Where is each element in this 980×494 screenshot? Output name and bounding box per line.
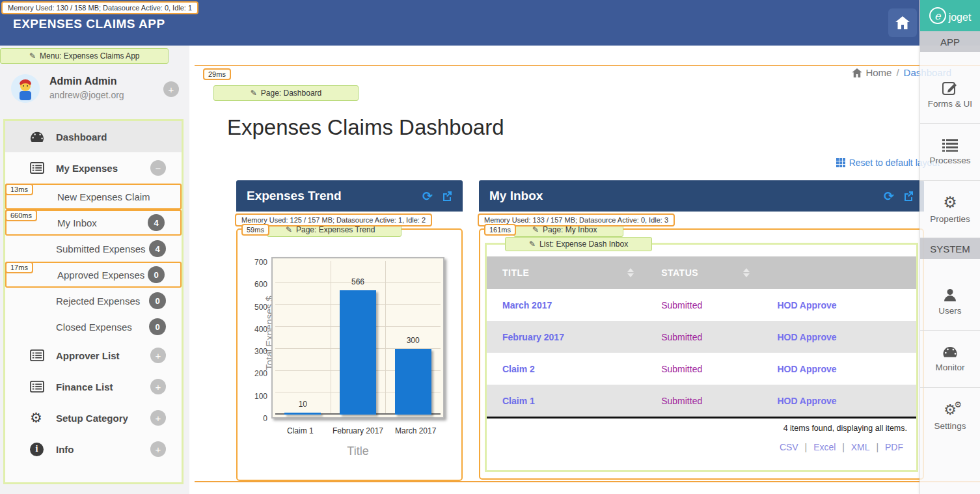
inbox-table: TITLESTATUS March 2017SubmittedHOD Appro… <box>487 256 916 417</box>
chart-bar[interactable] <box>340 290 376 415</box>
row-title-link[interactable]: Claim 2 <box>502 364 535 374</box>
chart-bar[interactable] <box>395 349 431 415</box>
external-link-icon[interactable] <box>442 191 452 201</box>
chart-y-tick-label: 0 <box>263 414 267 423</box>
gears-icon: ⚙⚙ <box>944 403 957 417</box>
sidebar-item-submitted-expenses[interactable]: Submitted Expenses4 <box>5 236 182 262</box>
sidebar-item-settings[interactable]: ⚙⚙Settings <box>920 388 980 445</box>
export-pdf-link[interactable]: PDF <box>885 442 903 452</box>
count-badge: 0 <box>149 318 166 335</box>
breadcrumb-home-link[interactable]: Home <box>852 67 892 78</box>
column-header-status[interactable]: STATUS <box>646 256 761 289</box>
export-csv-link[interactable]: CSV <box>780 442 798 452</box>
sidebar-item-my-expenses[interactable]: My Expenses− <box>5 152 182 184</box>
user-block: Admin Admin andrew@joget.org + <box>0 70 189 117</box>
sidebar-item-dashboard[interactable]: Dashboard <box>5 121 182 152</box>
chart-gridline <box>385 261 386 415</box>
column-header-title[interactable]: TITLE <box>487 256 646 289</box>
export-xml-link[interactable]: XML <box>851 442 870 452</box>
my-inbox-panel: My Inbox ⟳ Memory Used: 133 / 157 MB; Da… <box>479 180 924 480</box>
sidebar-item-properties[interactable]: ⚙Properties <box>920 181 980 238</box>
sidebar-item-label: Approved Expenses <box>57 269 144 281</box>
sidebar-item-label: Properties <box>930 214 970 224</box>
app-screen: EXPENSES CLAIMS APP Memory Used: 130 / 1… <box>0 0 980 494</box>
sidebar-item-label: Finance List <box>56 381 113 392</box>
chart-y-tick-label: 700 <box>254 258 267 267</box>
count-badge: 4 <box>149 240 166 257</box>
sidebar-item-label: New Expenses Claim <box>57 191 150 202</box>
sidebar-item-label: Approver List <box>56 350 120 361</box>
avatar[interactable] <box>11 74 40 103</box>
sidebar-item-label: Rejected Expenses <box>56 295 140 307</box>
sidebar-ms-debug-chip: 17ms <box>5 262 33 273</box>
edit-icon <box>942 81 958 95</box>
sidebar-item-info[interactable]: iInfo+ <box>5 433 182 465</box>
sidebar-item-label: Setup Category <box>56 413 128 424</box>
count-badge: 0 <box>149 292 166 309</box>
expenses-trend-title: Expenses Trend <box>247 189 422 203</box>
sort-icon[interactable] <box>627 268 634 277</box>
expenses-trend-chart: Total Expenses $ 10566300 01002003004005… <box>248 257 451 465</box>
sidebar-item-monitor[interactable]: Monitor <box>920 331 980 388</box>
gear-icon: ⚙ <box>30 410 48 426</box>
row-action-link[interactable]: HOD Approve <box>777 396 836 406</box>
sidebar-item-label: My Expenses <box>56 163 118 174</box>
refresh-icon[interactable]: ⟳ <box>884 189 894 203</box>
sidebar-item-processes[interactable]: Processes <box>920 124 980 181</box>
chart-bar-value-label: 10 <box>299 400 307 409</box>
expenses-trend-panel-header: Expenses Trend ⟳ <box>236 180 463 212</box>
row-action-link[interactable]: HOD Approve <box>777 300 836 310</box>
row-title-link[interactable]: February 2017 <box>502 332 564 342</box>
export-links: CSV | Excel | XML | PDF <box>487 433 916 452</box>
menu-debug-tag: ✎ Menu: Expenses Claims App <box>0 48 169 64</box>
page-title: Expenses Claims Dashboard <box>227 115 504 140</box>
joget-logo-text: joget <box>949 12 972 23</box>
inbox-ms-debug-chip: 161ms <box>484 224 516 236</box>
sidebar-item-my-inbox[interactable]: 660msMy Inbox4 <box>5 210 182 236</box>
app-title: EXPENSES CLAIMS APP <box>13 17 165 31</box>
tachometer-icon <box>942 346 958 359</box>
home-button[interactable] <box>888 8 917 37</box>
breadcrumb-separator: / <box>896 67 899 78</box>
table-row: February 2017SubmittedHOD Approve <box>487 321 916 353</box>
list-icon <box>30 162 48 174</box>
count-badge: 0 <box>148 266 165 283</box>
row-status: Submitted <box>661 364 702 374</box>
expand-icon[interactable]: + <box>150 441 166 457</box>
sidebar-item-approved-expenses[interactable]: 17msApproved Expenses0 <box>5 262 182 288</box>
sort-icon[interactable] <box>743 268 750 277</box>
collapse-icon[interactable]: − <box>150 160 166 176</box>
user-expand-button[interactable]: + <box>163 81 179 97</box>
export-excel-link[interactable]: Excel <box>813 442 836 452</box>
right-admin-sidebar: e joget APPForms & UIProcesses⚙Propertie… <box>919 0 980 494</box>
sidebar-item-approver-list[interactable]: Approver List+ <box>5 340 182 371</box>
external-link-icon[interactable] <box>903 191 914 201</box>
grid-icon <box>836 158 845 167</box>
chart-bar[interactable] <box>284 413 321 415</box>
info-icon: i <box>30 443 48 456</box>
sidebar-item-setup-category[interactable]: ⚙Setup Category+ <box>5 402 182 433</box>
sidebar-item-users[interactable]: Users <box>920 273 980 331</box>
expand-icon[interactable]: + <box>150 379 166 394</box>
expand-icon[interactable]: + <box>150 348 166 363</box>
chart-x-tick-label: March 2017 <box>387 426 444 435</box>
refresh-icon[interactable]: ⟳ <box>422 189 433 203</box>
sidebar-item-new-expenses-claim[interactable]: 13msNew Expenses Claim <box>5 184 182 210</box>
trend-ms-debug-chip: 59ms <box>241 224 269 236</box>
main-content: 29ms Home / Dashboard ✎ Page: Dashboard … <box>189 46 980 494</box>
joget-logo[interactable]: e joget <box>920 0 980 31</box>
row-title-link[interactable]: March 2017 <box>502 300 552 310</box>
sidebar-item-rejected-expenses[interactable]: Rejected Expenses0 <box>5 288 182 314</box>
row-title-link[interactable]: Claim 1 <box>502 396 535 406</box>
sidebar-item-label: Monitor <box>935 363 964 372</box>
sidebar-item-forms-ui[interactable]: Forms & UI <box>920 66 980 124</box>
sidebar-item-finance-list[interactable]: Finance List+ <box>5 371 182 402</box>
sidebar-item-closed-expenses[interactable]: Closed Expenses0 <box>5 314 182 340</box>
expenses-trend-body: 59ms ✎ Page: Expenses Trend Total Expens… <box>236 228 463 481</box>
chart-plot: 10566300 <box>275 261 441 415</box>
sidebar-item-label: Forms & UI <box>928 99 972 109</box>
expand-icon[interactable]: + <box>150 410 166 426</box>
inbox-list-region: ✎ List: Expense Dash Inbox TITLESTATUS M… <box>485 243 918 472</box>
row-action-link[interactable]: HOD Approve <box>777 364 836 374</box>
row-action-link[interactable]: HOD Approve <box>777 332 836 342</box>
